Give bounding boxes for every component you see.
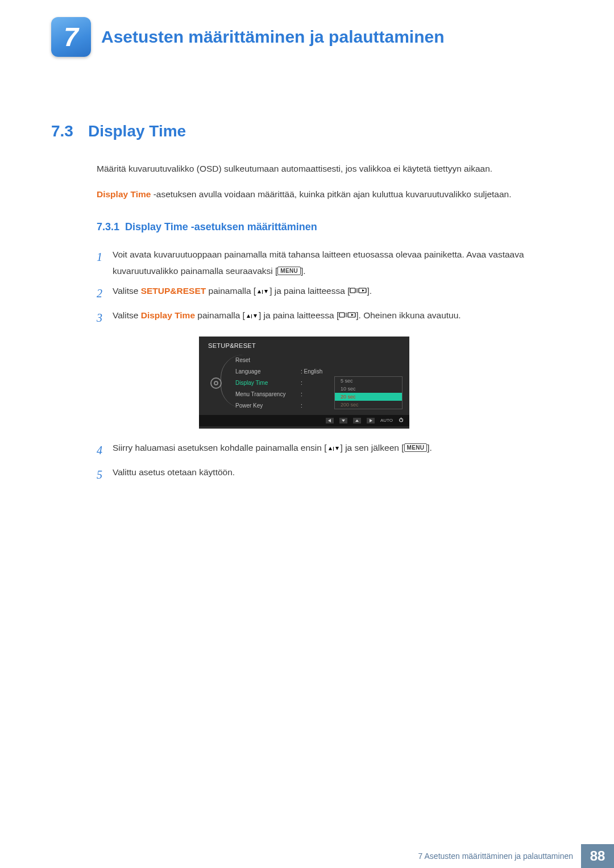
step-1: 1 Voit avata kuvaruutuoppaan painamalla … bbox=[97, 247, 574, 279]
step-text-a: Valitse bbox=[113, 310, 141, 320]
footer-text: 7 Asetusten määrittäminen ja palauttamin… bbox=[418, 844, 581, 868]
step-text: Valitse SETUP&RESET painamalla [] ja pai… bbox=[113, 283, 574, 304]
step-number: 3 bbox=[97, 308, 113, 329]
osd-value: English bbox=[304, 368, 323, 375]
step-text-b: painamalla [ bbox=[195, 310, 245, 320]
osd-option: 5 sec bbox=[335, 377, 402, 385]
svg-marker-2 bbox=[264, 290, 268, 293]
step-4: 4 Siirry haluamasi asetuksen kohdalle pa… bbox=[97, 440, 574, 461]
osd-option: 200 sec bbox=[335, 401, 402, 409]
section-heading: 7.3Display Time bbox=[51, 122, 574, 140]
svg-marker-9 bbox=[254, 314, 257, 318]
osd-title: SETUP&RESET bbox=[199, 337, 409, 355]
step-text-b: ]. bbox=[301, 266, 306, 276]
subsection-heading: 7.3.1Display Time -asetuksen määrittämin… bbox=[97, 221, 574, 233]
step-accent: SETUP&RESET bbox=[141, 286, 206, 296]
svg-marker-20 bbox=[329, 447, 332, 450]
step-text: Voit avata kuvaruutuoppaan painamalla mi… bbox=[113, 247, 574, 279]
osd-label: Language bbox=[235, 368, 301, 375]
source-enter-icon bbox=[350, 283, 367, 300]
osd-nav-down-icon bbox=[339, 418, 347, 423]
menu-key: MENU bbox=[404, 443, 428, 452]
menu-key: MENU bbox=[277, 267, 301, 275]
osd-colon: : bbox=[301, 380, 302, 386]
osd-label: Display Time bbox=[235, 380, 301, 386]
section-title: Display Time bbox=[88, 122, 186, 140]
chapter-header: 7 Asetusten määrittäminen ja palauttamin… bbox=[51, 17, 574, 57]
osd-nav-enter-icon bbox=[367, 418, 375, 423]
svg-rect-11 bbox=[346, 313, 347, 317]
gear-icon bbox=[210, 377, 222, 389]
svg-marker-7 bbox=[247, 314, 250, 318]
step-text: Siirry haluamasi asetuksen kohdalle pain… bbox=[113, 440, 574, 461]
svg-marker-14 bbox=[328, 419, 331, 422]
step-text-c: ] ja paina laitteessa [ bbox=[269, 286, 350, 296]
svg-rect-1 bbox=[262, 290, 263, 294]
osd-option-selected: 20 sec bbox=[335, 393, 402, 401]
up-down-icon bbox=[245, 308, 259, 324]
svg-marker-16 bbox=[355, 420, 359, 422]
intro-rest: -asetuksen avulla voidaan määrittää, kui… bbox=[151, 189, 511, 199]
step-text-b: ] ja sen jälkeen [ bbox=[341, 443, 404, 452]
osd-colon: : bbox=[301, 368, 302, 375]
osd-row-reset: Reset bbox=[235, 355, 405, 366]
osd-auto-label: AUTO bbox=[380, 418, 393, 423]
svg-rect-21 bbox=[333, 447, 334, 451]
osd-colon: : bbox=[301, 402, 302, 409]
osd-power-icon bbox=[399, 417, 404, 423]
svg-marker-22 bbox=[335, 447, 339, 450]
svg-rect-10 bbox=[339, 313, 345, 317]
osd-label: Menu Transparency bbox=[235, 391, 301, 397]
svg-rect-4 bbox=[357, 288, 358, 293]
step-text-d: ]. Oheinen ikkuna avautuu. bbox=[356, 310, 460, 320]
svg-marker-15 bbox=[342, 420, 345, 422]
page-footer: 7 Asetusten määrittäminen ja palauttamin… bbox=[0, 844, 614, 868]
step-text-b: painamalla [ bbox=[206, 286, 256, 296]
step-number: 4 bbox=[97, 440, 113, 461]
svg-rect-3 bbox=[350, 288, 355, 293]
step-text: Valitse Display Time painamalla [] ja pa… bbox=[113, 308, 574, 329]
step-number: 1 bbox=[97, 247, 113, 279]
intro-paragraph-2: Display Time -asetuksen avulla voidaan m… bbox=[97, 186, 574, 202]
footer-page-number: 88 bbox=[581, 844, 614, 868]
svg-rect-19 bbox=[401, 418, 401, 420]
step-text: Valittu asetus otetaan käyttöön. bbox=[113, 464, 574, 485]
osd-nav-up-icon bbox=[353, 418, 361, 423]
osd-options-dropdown: 5 sec 10 sec 20 sec 200 sec bbox=[334, 376, 403, 409]
svg-marker-0 bbox=[258, 290, 261, 293]
svg-marker-6 bbox=[362, 289, 364, 292]
section-number: 7.3 bbox=[51, 122, 73, 140]
osd-nav-left-icon bbox=[326, 418, 334, 423]
step-number: 5 bbox=[97, 464, 113, 485]
chapter-number-badge: 7 bbox=[51, 17, 91, 57]
step-accent: Display Time bbox=[141, 310, 195, 320]
osd-option: 10 sec bbox=[335, 385, 402, 393]
intro-accent: Display Time bbox=[97, 189, 151, 199]
step-text-a: Voit avata kuvaruutuoppaan painamalla mi… bbox=[113, 250, 524, 276]
up-down-icon bbox=[256, 283, 269, 300]
osd-window: SETUP&RESET Reset Language: English Disp… bbox=[199, 337, 409, 429]
subsection-number: 7.3.1 bbox=[97, 221, 119, 232]
svg-rect-8 bbox=[251, 314, 252, 318]
svg-marker-17 bbox=[370, 419, 372, 422]
step-5: 5 Valittu asetus otetaan käyttöön. bbox=[97, 464, 574, 485]
intro-paragraph-1: Määritä kuvaruutuvalikko (OSD) sulkeutum… bbox=[97, 161, 574, 176]
step-3: 3 Valitse Display Time painamalla [] ja … bbox=[97, 308, 574, 329]
osd-bottom-bar: AUTO bbox=[199, 415, 409, 426]
up-down-icon bbox=[327, 440, 341, 456]
osd-colon: : bbox=[301, 391, 302, 397]
source-enter-icon bbox=[339, 308, 356, 324]
step-text-c: ] ja paina laitteessa [ bbox=[259, 310, 339, 320]
osd-label: Reset bbox=[235, 357, 301, 363]
svg-marker-13 bbox=[351, 314, 354, 316]
osd-label: Power Key bbox=[235, 402, 301, 409]
step-text-d: ]. bbox=[367, 286, 372, 296]
osd-row-language: Language: English bbox=[235, 366, 405, 377]
subsection-title: Display Time -asetuksen määrittäminen bbox=[125, 221, 317, 232]
step-text-c: ]. bbox=[427, 443, 432, 452]
step-number: 2 bbox=[97, 283, 113, 304]
step-text-a: Siirry haluamasi asetuksen kohdalle pain… bbox=[113, 443, 327, 452]
chapter-title: Asetusten määrittäminen ja palauttaminen bbox=[101, 27, 445, 47]
step-text-a: Valitse bbox=[113, 286, 141, 296]
step-2: 2 Valitse SETUP&RESET painamalla [] ja p… bbox=[97, 283, 574, 304]
